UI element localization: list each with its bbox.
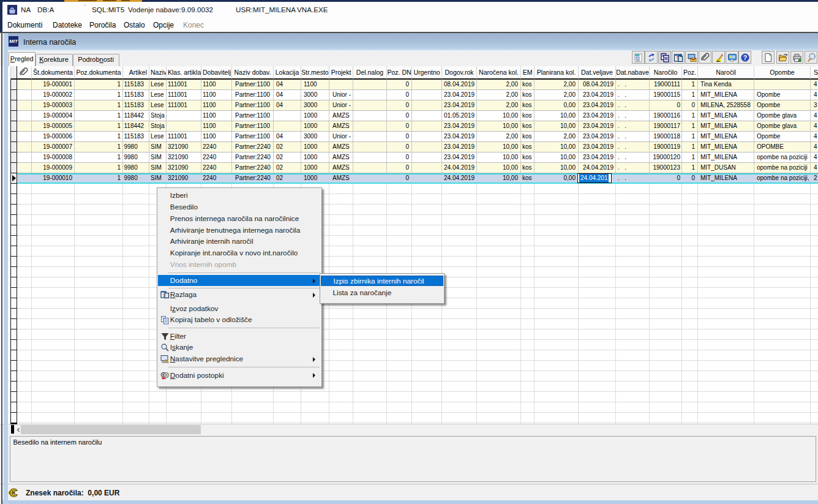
svg-text:?: ? <box>743 54 746 61</box>
